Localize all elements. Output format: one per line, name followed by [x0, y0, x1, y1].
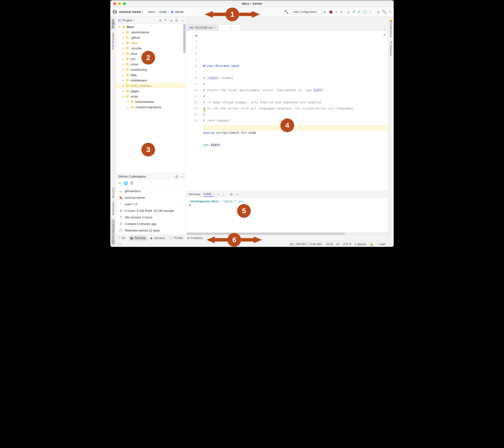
tree-item[interactable]: ▸ 📁 middleware [116, 78, 186, 83]
settings-icon[interactable]: ⚙ [175, 19, 178, 22]
project-selector[interactable]: musical meme ▾ [119, 10, 143, 14]
chevron-down-icon[interactable]: ▾ [133, 19, 135, 22]
codespaces-info-list: 🗂github/docs🔖musical memeᚶmain* • 0🖥4 co… [116, 187, 186, 235]
tree-item[interactable]: ▸ 📁 .vscode [116, 45, 186, 51]
tree-item-label: .idea [130, 41, 137, 45]
project-name: musical meme [119, 10, 141, 14]
tree-item[interactable]: ▸ 📁 bookmarklets [116, 99, 186, 104]
history-icon[interactable]: 🕘 [362, 10, 367, 14]
terminal-tab-local[interactable]: Local × [204, 192, 214, 197]
tree-arrow-icon[interactable]: ▾ [118, 25, 121, 28]
bottom-tab-problems[interactable]: ⊘Problems [187, 236, 203, 240]
breadcrumb-item[interactable]: docs [148, 10, 155, 14]
refresh-icon[interactable]: ⟳ [118, 181, 121, 185]
tree-arrow-icon[interactable]: ▸ [122, 41, 125, 44]
tree-item[interactable]: ▸ 📁 .devcontainer [116, 29, 186, 35]
tool-tab-codespaces[interactable]: GitHub Codespaces [111, 219, 115, 245]
terminal-output[interactable]: /workspaces/docs (main * u=) $ [186, 197, 388, 232]
code-with-me-icon[interactable]: ◉ [377, 10, 380, 14]
collapse-all-icon[interactable]: ⇲ [170, 19, 173, 22]
settings-icon[interactable]: ⚙ [175, 175, 178, 178]
incoming-icon[interactable]: ↙ [347, 10, 350, 14]
github-icon[interactable] [112, 9, 117, 14]
code-editor[interactable]: ✔ ▶ 123456789101112131415 #!/usr/bin/env… [186, 31, 388, 191]
hide-tool-icon[interactable]: — [235, 192, 239, 196]
tree-arrow-icon[interactable]: ▸ [126, 106, 129, 108]
tree-scrollbar[interactable] [183, 24, 186, 53]
tree-arrow-icon[interactable]: ▸ [122, 79, 125, 82]
push-icon[interactable]: ↗ [358, 10, 361, 14]
tree-arrow-icon[interactable]: ▸ [122, 63, 125, 66]
tool-tab-database[interactable]: 🛢 Database [390, 41, 393, 56]
expand-all-icon[interactable]: ⇱ [164, 19, 167, 22]
hide-tool-icon[interactable]: — [180, 19, 184, 22]
close-tab-icon[interactable]: × [212, 192, 214, 195]
folder-icon: 📁 [126, 62, 129, 66]
folder-icon: 📁 [122, 25, 126, 29]
bottom-tab-terminal[interactable]: ▣Terminal [129, 236, 146, 241]
bottom-tab-git[interactable]: ᚶGit [118, 236, 125, 240]
new-terminal-icon[interactable]: ＋ [216, 192, 220, 196]
status-git-branch[interactable]: ᚶ main [377, 242, 386, 246]
tree-item[interactable]: ▾ 📁 docs [116, 24, 186, 29]
tree-item[interactable]: ▸ 📁 node_modules [116, 83, 186, 88]
tree-item[interactable]: ▸ 📁 content-migrations [116, 104, 186, 110]
tree-arrow-icon[interactable]: ▾ [122, 95, 125, 98]
run-configuration-button[interactable]: Add Configuration... [291, 9, 322, 15]
commit-icon[interactable]: ✔ [352, 10, 356, 14]
hide-tool-icon[interactable]: — [180, 175, 184, 178]
tree-item[interactable]: ▸ 📁 pages [116, 88, 186, 94]
select-opened-icon[interactable]: ⊕ [159, 19, 162, 22]
tool-tab-notifications[interactable]: 🔔 Notifications [390, 19, 393, 38]
tree-arrow-icon[interactable]: ▸ [122, 84, 125, 87]
lock-icon[interactable]: 🔒 [370, 242, 374, 246]
close-tab-icon[interactable]: × [214, 26, 216, 29]
terminal-dropdown-icon[interactable]: ⌄ [222, 192, 225, 196]
close-tab-icon[interactable]: × [231, 26, 233, 29]
tree-item[interactable]: ▸ 📁 contributing [116, 67, 186, 72]
settings-icon[interactable]: ⚙ [389, 10, 392, 14]
tree-arrow-icon[interactable]: ▸ [122, 52, 125, 55]
run-gutter-icon[interactable]: ▶ [196, 32, 198, 39]
coverage-icon[interactable]: ⟳ [335, 10, 338, 14]
bottom-tab-services[interactable]: ▶Services [151, 236, 165, 240]
run-icon[interactable]: ▶ [324, 10, 327, 14]
undo-icon[interactable]: ↶ [369, 10, 372, 14]
tree-item[interactable]: ▸ 📁 .idea [116, 40, 186, 45]
tree-arrow-icon[interactable]: ▸ [122, 74, 125, 76]
tree-item-label: .devcontainer [130, 30, 149, 34]
status-line-separator[interactable]: LF [336, 242, 340, 246]
tree-arrow-icon[interactable]: ▸ [122, 31, 125, 34]
project-tool-title[interactable]: Project [122, 19, 132, 22]
stop-icon[interactable]: ■ [340, 10, 342, 14]
tree-item[interactable]: ▸ 📁 data [116, 72, 186, 78]
globe-icon[interactable]: 🌐 [124, 181, 128, 185]
editor-tab-readme[interactable]: MD README.md × [187, 25, 218, 31]
tree-arrow-icon[interactable]: ▸ [122, 47, 125, 50]
debug-icon[interactable]: 🐞 [328, 10, 333, 14]
status-indent[interactable]: 2 spaces [355, 242, 366, 246]
tree-arrow-icon[interactable]: ▸ [122, 90, 125, 92]
status-icon[interactable]: ▢ [118, 242, 121, 246]
search-icon[interactable]: 🔍 [382, 10, 387, 14]
tool-tab-pull-requests[interactable]: Pull Requests [111, 33, 114, 49]
tree-arrow-icon[interactable]: ▸ [126, 100, 129, 103]
tool-tab-bookmarks[interactable]: Bookmarks [111, 202, 114, 215]
tool-tab-project[interactable]: Project [111, 18, 115, 29]
copy-icon[interactable]: 🗐 [130, 181, 134, 185]
build-icon[interactable]: 🔨 [284, 9, 289, 14]
bottom-tab-profiler[interactable]: 🕘Profiler [169, 236, 183, 240]
tree-arrow-icon[interactable]: ▸ [122, 58, 125, 60]
settings-icon[interactable]: ⚙ [230, 192, 233, 196]
tree-item[interactable]: ▸ 📁 .github [116, 35, 186, 40]
status-caret-position[interactable]: 14:10 [326, 242, 333, 246]
editor-tab-server[interactable]: server × [219, 25, 241, 31]
tab-options-icon[interactable]: ⋮ [383, 27, 386, 31]
breadcrumb-item[interactable]: script [159, 10, 166, 14]
tool-tab-structure[interactable]: Structure [111, 188, 114, 198]
status-encoding[interactable]: UTF-8 [343, 242, 351, 246]
breadcrumb-item[interactable]: server [175, 10, 184, 14]
tree-arrow-icon[interactable]: ▸ [122, 36, 125, 39]
tree-arrow-icon[interactable]: ▸ [122, 68, 125, 71]
tree-item[interactable]: ▾ 📁 script [116, 94, 186, 99]
